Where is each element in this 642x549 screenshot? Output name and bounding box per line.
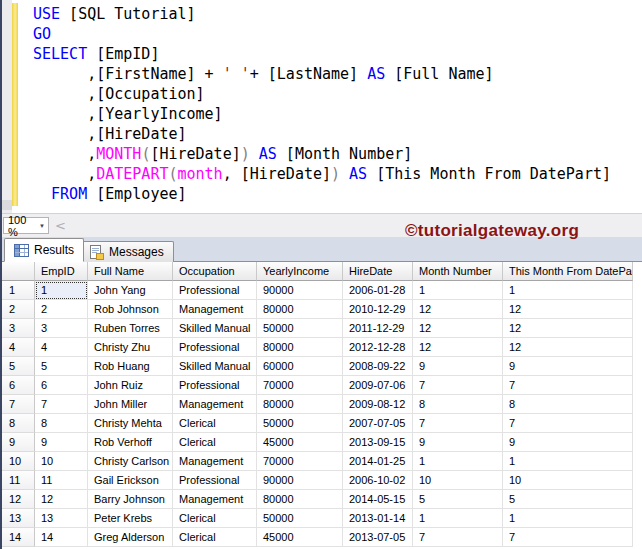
data-cell[interactable]: 2007-07-05 — [343, 414, 413, 433]
data-cell[interactable]: Management — [173, 300, 257, 319]
data-cell[interactable]: 2014-01-25 — [343, 452, 413, 471]
data-cell[interactable]: Clerical — [173, 528, 257, 547]
data-cell[interactable]: John Ruiz — [88, 376, 173, 395]
grid-corner-cell[interactable] — [2, 262, 35, 281]
data-cell[interactable]: 10 — [503, 471, 633, 490]
data-cell[interactable]: Professional — [173, 281, 257, 300]
data-cell[interactable]: 7 — [35, 395, 88, 414]
data-cell[interactable]: 9 — [413, 433, 503, 452]
data-cell[interactable]: 7 — [503, 528, 633, 547]
data-cell[interactable]: 2013-01-14 — [343, 509, 413, 528]
data-cell[interactable]: 50000 — [257, 319, 343, 338]
data-cell[interactable]: 7 — [413, 528, 503, 547]
data-cell[interactable]: 12 — [413, 338, 503, 357]
data-cell[interactable]: 1 — [503, 281, 633, 300]
data-cell[interactable]: Gail Erickson — [88, 471, 173, 490]
row-number-cell[interactable]: 12 — [2, 490, 35, 509]
data-cell[interactable]: 8 — [413, 395, 503, 414]
row-number-cell[interactable]: 2 — [2, 300, 35, 319]
data-cell[interactable]: 2006-10-02 — [343, 471, 413, 490]
data-cell[interactable]: 90000 — [257, 471, 343, 490]
data-cell[interactable]: 7 — [503, 414, 633, 433]
data-cell[interactable]: 10 — [413, 471, 503, 490]
row-number-cell[interactable]: 7 — [2, 395, 35, 414]
data-cell[interactable]: 9 — [503, 433, 633, 452]
data-cell[interactable]: 11 — [35, 471, 88, 490]
data-cell[interactable]: 2010-12-29 — [343, 300, 413, 319]
row-number-cell[interactable]: 13 — [2, 509, 35, 528]
data-cell[interactable]: 8 — [35, 414, 88, 433]
data-cell[interactable]: John Yang — [88, 281, 173, 300]
data-cell[interactable]: Peter Krebs — [88, 509, 173, 528]
data-cell[interactable]: Rob Verhoff — [88, 433, 173, 452]
data-cell[interactable]: 2 — [35, 300, 88, 319]
data-cell[interactable]: Clerical — [173, 433, 257, 452]
row-number-cell[interactable]: 14 — [2, 528, 35, 547]
data-cell[interactable]: 12 — [35, 490, 88, 509]
sql-editor[interactable]: USE [SQL Tutorial]GOSELECT [EmpID] ,[Fir… — [2, 0, 642, 213]
data-cell[interactable]: 5 — [503, 490, 633, 509]
data-cell[interactable]: 80000 — [257, 300, 343, 319]
data-cell[interactable]: 2012-12-28 — [343, 338, 413, 357]
data-cell[interactable]: Greg Alderson — [88, 528, 173, 547]
column-header[interactable]: YearlyIncome — [257, 262, 343, 281]
data-cell[interactable]: 50000 — [257, 509, 343, 528]
data-cell[interactable]: Skilled Manual — [173, 319, 257, 338]
data-cell[interactable]: 3 — [35, 319, 88, 338]
data-cell[interactable]: Christy Mehta — [88, 414, 173, 433]
data-cell[interactable]: Management — [173, 395, 257, 414]
scroll-left-arrow-icon[interactable]: < — [55, 218, 66, 233]
column-header[interactable]: Month Number — [413, 262, 503, 281]
data-cell[interactable]: Christy Zhu — [88, 338, 173, 357]
data-cell[interactable]: Management — [173, 452, 257, 471]
data-cell[interactable]: John Miller — [88, 395, 173, 414]
data-cell[interactable]: 2013-09-15 — [343, 433, 413, 452]
data-cell[interactable]: 2013-07-05 — [343, 528, 413, 547]
row-number-cell[interactable]: 6 — [2, 376, 35, 395]
data-cell[interactable]: 45000 — [257, 433, 343, 452]
data-cell[interactable]: 80000 — [257, 338, 343, 357]
data-cell[interactable]: 80000 — [257, 490, 343, 509]
data-cell[interactable]: Professional — [173, 338, 257, 357]
data-cell[interactable]: 90000 — [257, 281, 343, 300]
data-cell[interactable]: 12 — [413, 319, 503, 338]
data-cell[interactable]: 45000 — [257, 528, 343, 547]
data-cell[interactable]: 1 — [413, 509, 503, 528]
data-cell[interactable]: Professional — [173, 376, 257, 395]
data-cell[interactable]: 14 — [35, 528, 88, 547]
data-cell[interactable]: 9 — [35, 433, 88, 452]
data-cell[interactable]: 12 — [503, 338, 633, 357]
column-header[interactable]: This Month From DatePart — [503, 262, 633, 281]
data-cell[interactable]: Barry Johnson — [88, 490, 173, 509]
data-cell[interactable]: 80000 — [257, 395, 343, 414]
row-number-cell[interactable]: 10 — [2, 452, 35, 471]
data-cell[interactable]: 7 — [413, 376, 503, 395]
data-cell[interactable]: 9 — [413, 357, 503, 376]
row-number-cell[interactable]: 8 — [2, 414, 35, 433]
data-cell[interactable]: 5 — [413, 490, 503, 509]
data-cell[interactable]: 12 — [413, 300, 503, 319]
tab-results[interactable]: Results — [4, 238, 84, 262]
data-cell[interactable]: 70000 — [257, 452, 343, 471]
tab-messages[interactable]: Messages — [80, 241, 174, 262]
data-cell[interactable]: 2014-05-15 — [343, 490, 413, 509]
data-cell[interactable]: Management — [173, 490, 257, 509]
data-cell[interactable]: 1 — [503, 509, 633, 528]
data-cell[interactable]: Clerical — [173, 414, 257, 433]
data-cell[interactable]: 9 — [503, 357, 633, 376]
row-number-cell[interactable]: 5 — [2, 357, 35, 376]
row-number-cell[interactable]: 3 — [2, 319, 35, 338]
column-header[interactable]: Full Name — [88, 262, 173, 281]
column-header[interactable]: HireDate — [343, 262, 413, 281]
data-cell[interactable]: Ruben Torres — [88, 319, 173, 338]
data-cell[interactable]: 2011-12-29 — [343, 319, 413, 338]
data-cell[interactable]: 7 — [413, 414, 503, 433]
data-cell[interactable]: Professional — [173, 471, 257, 490]
data-cell[interactable]: 2008-09-22 — [343, 357, 413, 376]
data-cell[interactable]: 2009-07-06 — [343, 376, 413, 395]
data-cell[interactable]: Christy Carlson — [88, 452, 173, 471]
data-cell[interactable]: 12 — [503, 319, 633, 338]
column-header[interactable]: EmpID — [35, 262, 88, 281]
data-cell[interactable]: 70000 — [257, 376, 343, 395]
data-cell[interactable]: 1 — [413, 281, 503, 300]
